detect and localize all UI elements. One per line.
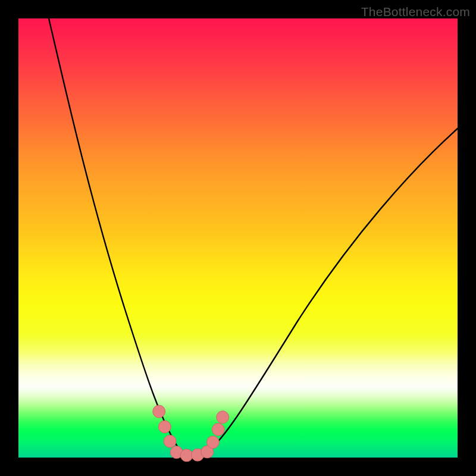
plot-area [18,18,458,458]
watermark-text: TheBottleneck.com [361,5,470,19]
outer-frame: TheBottleneck.com [0,0,476,476]
